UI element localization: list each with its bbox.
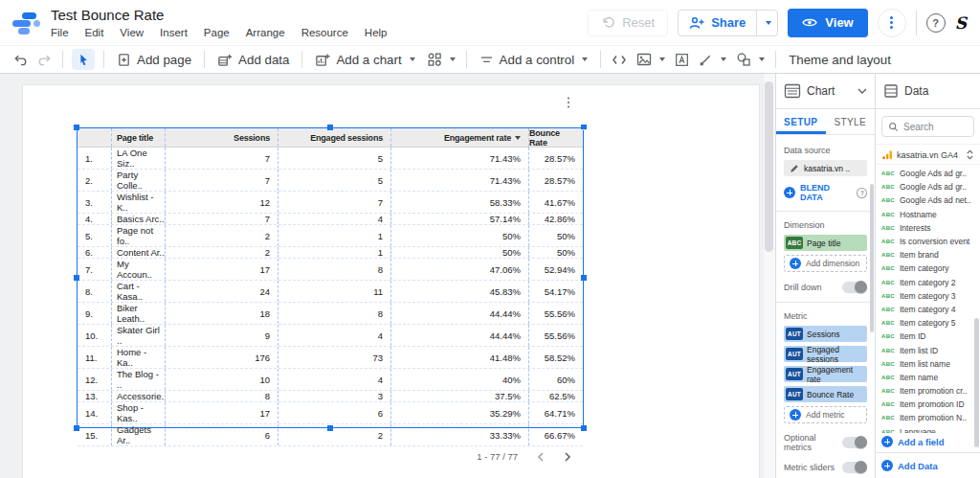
field-item[interactable]: ABCItem promotion ID (876, 398, 980, 411)
column-header[interactable]: Engaged sessions (278, 128, 391, 147)
blend-data-button[interactable]: BLEND DATA ? (784, 183, 867, 202)
resize-handle[interactable] (327, 425, 333, 431)
resize-handle[interactable] (74, 275, 79, 281)
field-item[interactable]: ABCItem promotion N.. (876, 411, 980, 424)
chart-panel-header[interactable]: Chart (776, 74, 875, 109)
add-chart-button[interactable]: Add a chart (309, 48, 420, 71)
report-canvas[interactable]: Page title Sessions Engaged sessions Eng… (0, 74, 775, 478)
add-dimension-button[interactable]: Add dimension (784, 255, 867, 272)
menu-item-view[interactable]: View (120, 27, 144, 38)
resize-handle[interactable] (74, 125, 79, 130)
metric-sliders-toggle[interactable] (842, 462, 867, 473)
widget-options-button[interactable] (561, 94, 576, 111)
share-dropdown-button[interactable] (756, 11, 777, 35)
menu-item-help[interactable]: Help (365, 27, 388, 38)
field-item[interactable]: ABCItem ID (876, 330, 980, 343)
field-item[interactable]: ABCItem list ID (876, 343, 980, 356)
field-item[interactable]: ABCItem list name (876, 357, 980, 371)
field-item[interactable]: ABCItem category 4 (876, 303, 980, 316)
theme-layout-button[interactable]: Theme and layout (783, 48, 897, 71)
add-data-button[interactable]: Add data (212, 48, 295, 71)
add-control-button[interactable]: Add a control (474, 48, 594, 71)
resize-handle[interactable] (581, 275, 587, 281)
column-header[interactable]: Page title (112, 128, 166, 147)
canvas-scrollbar[interactable] (763, 74, 775, 478)
dimension-chip[interactable]: ABC Page title (784, 235, 867, 251)
add-page-button[interactable]: Add page (111, 48, 197, 71)
column-header-sorted[interactable]: Engagement rate (391, 128, 529, 147)
help-button[interactable]: ? (926, 13, 946, 33)
add-data-button[interactable]: Add Data (876, 452, 980, 478)
metric-chip[interactable]: AUTSessions (784, 326, 867, 342)
menu-item-resource[interactable]: Resource (301, 27, 348, 38)
field-item[interactable]: ABCGoogle Ads ad net.. (876, 193, 980, 207)
tab-style[interactable]: STYLE (826, 109, 876, 134)
reset-button[interactable]: Reset (588, 10, 668, 36)
field-item[interactable]: ABCItem brand (876, 248, 980, 262)
field-item[interactable]: ABCHostname (876, 208, 980, 221)
shape-tool-button[interactable] (732, 48, 768, 71)
data-source-label: Data source (784, 146, 867, 155)
menu-item-edit[interactable]: Edit (85, 27, 104, 38)
text-box-button[interactable] (671, 48, 693, 71)
field-item[interactable]: ABCInterests (876, 221, 980, 235)
more-options-button[interactable] (878, 9, 906, 37)
share-button[interactable]: Share (679, 11, 756, 35)
resize-handle[interactable] (327, 125, 333, 130)
embed-code-button[interactable] (608, 48, 631, 71)
resize-handle[interactable] (74, 425, 79, 431)
looker-studio-logo[interactable] (11, 10, 42, 36)
resize-handle[interactable] (581, 425, 587, 431)
field-item[interactable]: ABCItem name (876, 371, 980, 384)
menu-item-file[interactable]: File (51, 27, 69, 38)
help-circle-icon[interactable]: ? (857, 188, 867, 198)
add-a-field-button[interactable]: Add a field (876, 433, 980, 452)
metric-chip[interactable]: AUTEngaged sessions (784, 346, 867, 362)
metric-chip[interactable]: AUTBounce Rate (784, 386, 867, 402)
field-search-box[interactable] (881, 116, 974, 137)
redo-button[interactable] (33, 48, 56, 71)
table-cell: Accessorie.. (112, 391, 166, 401)
line-tool-button[interactable] (695, 48, 730, 71)
field-item[interactable]: ABCGoogle Ads ad gr.. (876, 167, 980, 180)
menu-item-arrange[interactable]: Arrange (246, 27, 285, 38)
table-chart-widget[interactable]: Page title Sessions Engaged sessions Eng… (77, 127, 584, 428)
panel-scrollbar-thumb[interactable] (974, 318, 979, 447)
scrollbar-thumb[interactable] (765, 81, 773, 252)
field-item[interactable]: ABCItem promotion cr.. (876, 384, 980, 398)
menu-item-insert[interactable]: Insert (160, 27, 188, 38)
field-item[interactable]: ABCLanguage (876, 425, 980, 433)
menu-item-page[interactable]: Page (204, 27, 230, 38)
column-header[interactable]: Sessions (166, 128, 278, 147)
page-prev-icon[interactable] (537, 452, 545, 462)
add-metric-button[interactable]: Add metric (784, 406, 867, 423)
field-item[interactable]: ABCItem category (876, 262, 980, 275)
select-tool-button[interactable] (72, 49, 95, 70)
field-item[interactable]: ABCGoogle Ads ad gr.. (876, 180, 980, 193)
metric-chip[interactable]: AUTEngagement rate (784, 366, 867, 382)
tab-setup[interactable]: SETUP (776, 109, 826, 134)
search-input[interactable] (903, 122, 961, 132)
field-item[interactable]: ABCItem category 5 (876, 316, 980, 330)
community-viz-button[interactable] (423, 48, 459, 71)
undo-button[interactable] (10, 48, 32, 71)
field-item[interactable]: ABCItem category 2 (876, 276, 980, 289)
page-next-icon[interactable] (564, 452, 571, 462)
drill-down-toggle[interactable] (842, 282, 867, 293)
user-avatar[interactable]: S (955, 13, 967, 33)
panel-scrollbar-thumb[interactable] (870, 184, 874, 332)
field-item[interactable]: ABCIs conversion event (876, 235, 980, 248)
report-title[interactable]: Test Bounce Rate (51, 7, 388, 24)
resize-handle[interactable] (581, 125, 587, 130)
insert-image-button[interactable] (633, 48, 669, 71)
column-header[interactable]: Bounce Rate (529, 128, 583, 147)
table-cell: 33.33% (391, 424, 529, 445)
data-source-chip[interactable]: kasatria.vn .. (784, 160, 867, 176)
field-item[interactable]: ABCItem category 3 (876, 289, 980, 303)
view-button[interactable]: View (788, 9, 867, 37)
data-source-row[interactable]: kasatria.vn GA4 (876, 145, 980, 165)
table-cell: 5 (278, 148, 391, 169)
collapse-icon[interactable] (966, 149, 974, 160)
chevron-down-icon[interactable] (858, 88, 867, 95)
optional-metrics-toggle[interactable] (842, 437, 867, 448)
